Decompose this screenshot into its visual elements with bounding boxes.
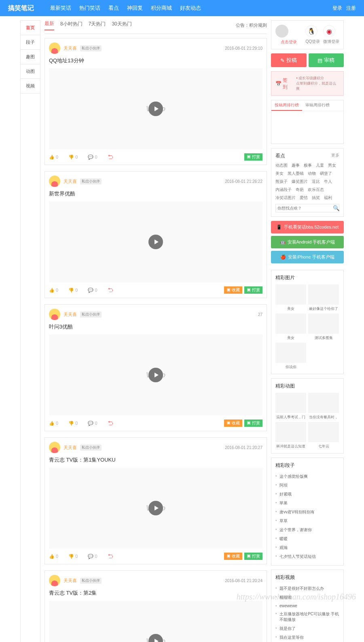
dislike-button[interactable]: 👎 0 — [68, 155, 78, 160]
tag-link[interactable]: 搞笑 — [312, 195, 320, 201]
rank-tab-review[interactable]: 审稿周排行榜 — [302, 100, 333, 111]
comment-button[interactable]: 💬 0 — [88, 288, 97, 293]
rank-tab-post[interactable]: 投稿周排行榜 — [271, 100, 302, 111]
video-player[interactable]: Video — [49, 68, 262, 149]
list-item[interactable]: 我在这里等你 — [275, 633, 339, 642]
comment-button[interactable]: 💬 0 — [88, 155, 97, 160]
username[interactable]: 天天喜 — [63, 445, 77, 451]
tag-button[interactable]: ▣ 打赏 — [244, 553, 262, 560]
list-item[interactable]: 唐vv君V特别特别有 — [275, 508, 339, 517]
tag-link[interactable]: 动态图 — [275, 163, 288, 168]
sort-tab[interactable]: 7天热门 — [89, 21, 106, 30]
play-icon[interactable] — [148, 102, 163, 116]
tag-button[interactable]: ▣ 打赏 — [244, 286, 262, 294]
tag-link[interactable]: 黑人墨镜 — [288, 171, 304, 176]
tag-link[interactable]: 动物 — [308, 171, 316, 176]
nav-item[interactable]: 最新笑话 — [50, 4, 71, 12]
thumbnail-item[interactable]: 你说你 — [275, 343, 306, 370]
tag-link[interactable]: 爱情 — [300, 195, 308, 201]
video-player[interactable]: Video — [49, 468, 262, 549]
list-item[interactable]: 草草 — [275, 517, 339, 525]
list-item[interactable]: 题不是很好不好那怎么办 — [275, 584, 339, 593]
video-player[interactable] — [49, 201, 262, 282]
dislike-button[interactable]: 👎 0 — [68, 288, 78, 293]
search-button[interactable]: 🔍 — [330, 204, 342, 212]
qq-login-icon[interactable]: 🐧 — [305, 25, 317, 37]
like-button[interactable]: 👍 0 — [49, 155, 58, 160]
avatar[interactable] — [49, 309, 60, 320]
sidebar-tab[interactable]: 动图 — [21, 64, 40, 79]
avatar[interactable] — [49, 575, 60, 586]
username[interactable]: 天天喜 — [63, 311, 77, 318]
register-link[interactable]: 注册 — [346, 5, 356, 12]
list-item[interactable]: 暖暖 — [275, 534, 339, 543]
tag-link[interactable]: 糗事 — [304, 163, 312, 168]
list-item[interactable]: 这个感觉恰饭爽 — [275, 472, 339, 481]
tag-link[interactable]: 逗比 — [312, 179, 320, 184]
sidebar-tab[interactable]: 趣图 — [21, 50, 40, 64]
thumbnail-item[interactable]: 美女 — [275, 284, 306, 311]
video-player[interactable]: Video — [49, 335, 262, 415]
play-icon[interactable] — [148, 634, 163, 642]
search-input[interactable] — [276, 204, 330, 212]
tag-link[interactable]: 内涵段子 — [275, 187, 292, 193]
sort-tab[interactable]: 8小时热门 — [60, 21, 83, 30]
nav-item[interactable]: 积分商城 — [151, 4, 172, 12]
more-link[interactable]: 更多 — [331, 153, 339, 159]
video-player[interactable]: Video — [49, 601, 262, 642]
tag-button[interactable]: ▣ 收藏 — [224, 420, 242, 427]
tag-link[interactable]: 熊孩子 — [275, 179, 288, 184]
list-item[interactable]: 这个世界，谢谢你 — [275, 525, 339, 534]
like-button[interactable]: 👍 0 — [49, 288, 58, 293]
share-icon[interactable]: ⮌ — [108, 420, 113, 426]
play-icon[interactable] — [148, 501, 163, 515]
dislike-button[interactable]: 👎 0 — [68, 554, 78, 559]
thumbnail-item[interactable]: 林冲就是这么知道 — [275, 422, 306, 449]
tag-button[interactable]: ▣ 打赏 — [244, 420, 262, 427]
sidebar-tab[interactable]: 首页 — [21, 21, 40, 35]
avatar[interactable] — [49, 442, 60, 453]
login-link[interactable]: 登录 — [332, 5, 342, 12]
login-prompt[interactable]: 点击登录 — [275, 39, 302, 45]
review-button[interactable]: ▤审稿 — [309, 53, 344, 67]
thumbnail-item[interactable]: 当你没有餐具时， — [308, 393, 339, 420]
thumbnail-item[interactable]: 温斯人季考试，门 — [275, 393, 306, 420]
dislike-button[interactable]: 👎 0 — [68, 421, 78, 426]
signin-button[interactable]: 📅签到 — [275, 77, 292, 91]
tag-link[interactable]: 福利 — [324, 195, 332, 201]
app-download-button[interactable]: 🤖 安装Android 手机客户端 — [271, 236, 344, 248]
thumbnail-item[interactable]: 最好像这个给你了 — [308, 284, 339, 311]
tag-link[interactable]: 欢乐百态 — [308, 187, 324, 193]
weibo-login-icon[interactable]: ◉ — [323, 25, 335, 37]
list-item[interactable]: 好紧哦 — [275, 490, 339, 499]
tag-link[interactable]: 碉堡了 — [320, 171, 332, 176]
avatar[interactable] — [49, 42, 60, 54]
tag-link[interactable]: 男女 — [328, 163, 336, 168]
sidebar-tab[interactable]: 视频 — [21, 79, 40, 93]
list-item[interactable]: 苹果 — [275, 499, 339, 508]
list-item[interactable]: 七夕情人节笑话短信 — [275, 552, 339, 561]
tag-link[interactable]: 趣事 — [292, 163, 300, 168]
thumbnail-item[interactable]: 美女 — [275, 314, 306, 341]
tag-button[interactable]: ▣ 收藏 — [224, 286, 242, 294]
tag-link[interactable]: 冷笑话图片 — [275, 195, 296, 201]
play-icon[interactable] — [148, 235, 163, 249]
list-item[interactable]: 观瀚 — [275, 543, 339, 552]
play-icon[interactable] — [148, 368, 163, 382]
nav-item[interactable]: 热门笑话 — [79, 4, 100, 12]
post-button[interactable]: ✎投稿 — [271, 53, 307, 67]
share-icon[interactable]: ⮌ — [108, 553, 113, 559]
share-icon[interactable]: ⮌ — [108, 154, 113, 160]
like-button[interactable]: 👍 0 — [49, 554, 58, 559]
nav-item[interactable]: 看点 — [108, 4, 119, 12]
tag-link[interactable]: 爆笑图片 — [292, 179, 308, 184]
list-item[interactable]: 阿坝 — [275, 481, 339, 490]
app-download-button[interactable]: 🍎 安装iPhone 手机客户端 — [271, 251, 344, 263]
list-item[interactable]: ewewewe — [275, 602, 339, 610]
list-item[interactable]: 土豆播放器地址PC可以播放 手机不能播放 — [275, 610, 339, 624]
sort-tab[interactable]: 最新 — [44, 20, 54, 30]
list-item[interactable]: 就是你了 — [275, 624, 339, 633]
tag-button[interactable]: ▣ 打赏 — [244, 153, 262, 161]
tag-link[interactable]: 奇葩 — [296, 187, 304, 193]
comment-button[interactable]: 💬 0 — [88, 554, 97, 559]
